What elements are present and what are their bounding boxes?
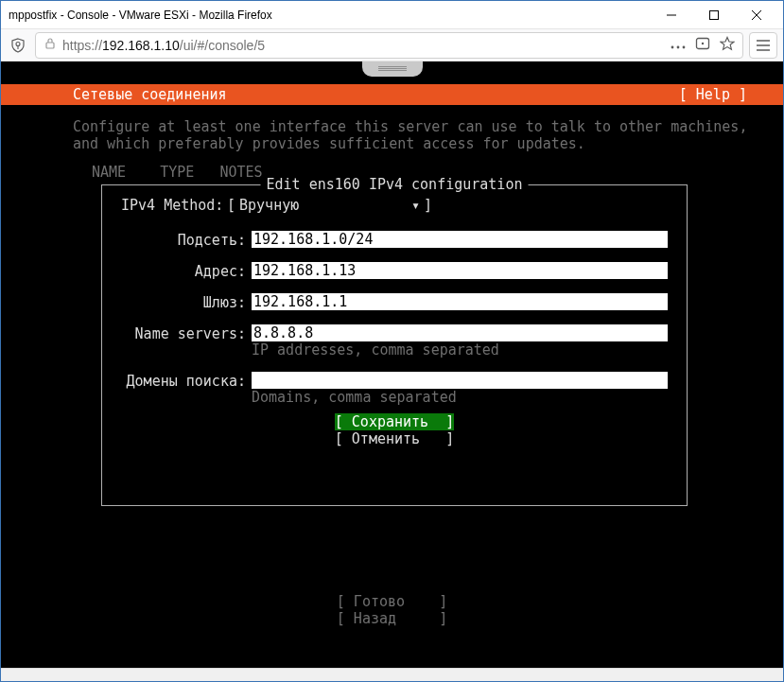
- svg-point-5: [677, 45, 680, 48]
- subnet-label: Подсеть:: [121, 231, 246, 249]
- cancel-button[interactable]: [ Отменить ]: [335, 430, 454, 447]
- bookmark-icon[interactable]: [720, 36, 735, 54]
- firefox-window: mppostfix - Console - VMware ESXi - Mozi…: [0, 0, 784, 682]
- search-domains-row: Домены поиска: Domains, comma separated: [121, 372, 668, 406]
- back-button[interactable]: [ Назад ]: [337, 610, 447, 627]
- footer-buttons: [ Готово ] [ Назад ]: [1, 593, 783, 627]
- done-button[interactable]: [ Готово ]: [337, 593, 447, 610]
- svg-point-4: [671, 45, 674, 48]
- window-buttons: [650, 2, 777, 28]
- ipv4-config-frame: Edit ens160 IPv4 configuration IPv4 Meth…: [101, 184, 688, 506]
- frame-body: IPv4 Method: [ Вручную ▾ ] Подсеть: 192.…: [102, 185, 687, 447]
- svg-rect-0: [709, 10, 718, 19]
- frame-title: Edit ens160 IPv4 configuration: [261, 176, 529, 193]
- dialog-buttons: [ Сохранить ] [ Отменить ]: [121, 413, 668, 447]
- method-value: Вручную: [239, 197, 417, 214]
- svg-point-6: [683, 45, 686, 48]
- address-input[interactable]: 192.168.1.13: [252, 262, 668, 279]
- svg-rect-3: [46, 43, 54, 48]
- tui: Сетевые соединения [ Help ] Configure at…: [1, 61, 783, 668]
- address-label: Адрес:: [121, 262, 246, 280]
- browser-toolbar: https://192.168.1.10/ui/#/console/5: [1, 29, 783, 61]
- close-button[interactable]: [735, 2, 777, 28]
- svg-point-8: [702, 43, 704, 44]
- titlebar: mppostfix - Console - VMware ESXi - Mozi…: [1, 1, 783, 29]
- gateway-row: Шлюз: 192.168.1.1: [121, 293, 668, 311]
- gateway-input[interactable]: 192.168.1.1: [252, 293, 668, 310]
- tui-header: Сетевые соединения [ Help ]: [1, 84, 783, 105]
- lock-icon: [44, 37, 57, 53]
- search-domains-input[interactable]: [252, 372, 668, 389]
- url-bar[interactable]: https://192.168.1.10/ui/#/console/5: [35, 32, 743, 59]
- search-domains-hint: Domains, comma separated: [252, 389, 668, 406]
- dns-label: Name servers:: [121, 324, 246, 342]
- method-label: IPv4 Method:: [121, 197, 227, 214]
- subnet-input[interactable]: 192.168.1.0/24: [252, 231, 668, 248]
- dns-input[interactable]: 8.8.8.8: [252, 324, 668, 341]
- save-button[interactable]: [ Сохранить ]: [335, 413, 454, 430]
- more-icon[interactable]: [671, 39, 686, 52]
- tui-description: Configure at least one interface this se…: [73, 118, 747, 152]
- help-button[interactable]: [ Help ]: [679, 86, 747, 103]
- svg-point-1: [16, 42, 20, 45]
- method-row: IPv4 Method: [ Вручную ▾ ]: [121, 197, 668, 214]
- hamburger-menu-button[interactable]: [749, 32, 777, 59]
- minimize-button[interactable]: [650, 2, 692, 28]
- site-identity-button[interactable]: [7, 34, 29, 57]
- url-text: https://192.168.1.10/ui/#/console/5: [62, 38, 665, 53]
- url-scheme: https://: [62, 38, 102, 53]
- subnet-row: Подсеть: 192.168.1.0/24: [121, 231, 668, 249]
- method-select[interactable]: [ Вручную ▾ ]: [227, 197, 432, 214]
- search-domains-label: Домены поиска:: [121, 372, 246, 390]
- address-row: Адрес: 192.168.1.13: [121, 262, 668, 280]
- chevron-down-icon: ▾: [411, 197, 420, 214]
- dns-row: Name servers: 8.8.8.8 IP addresses, comm…: [121, 324, 668, 358]
- urlbar-actions: [671, 36, 735, 54]
- gateway-label: Шлюз:: [121, 293, 246, 311]
- reader-mode-icon[interactable]: [695, 36, 710, 54]
- console-viewport[interactable]: Сетевые соединения [ Help ] Configure at…: [1, 61, 783, 668]
- maximize-button[interactable]: [692, 2, 735, 28]
- statusbar: [1, 668, 783, 681]
- url-path: /ui/#/console/5: [180, 38, 265, 53]
- dns-hint: IP addresses, comma separated: [252, 341, 668, 358]
- tui-column-headers: NAME TYPE NOTES: [92, 164, 263, 181]
- window-title: mppostfix - Console - VMware ESXi - Mozi…: [9, 9, 650, 22]
- url-host: 192.168.1.10: [102, 38, 180, 53]
- tui-title: Сетевые соединения: [73, 86, 227, 103]
